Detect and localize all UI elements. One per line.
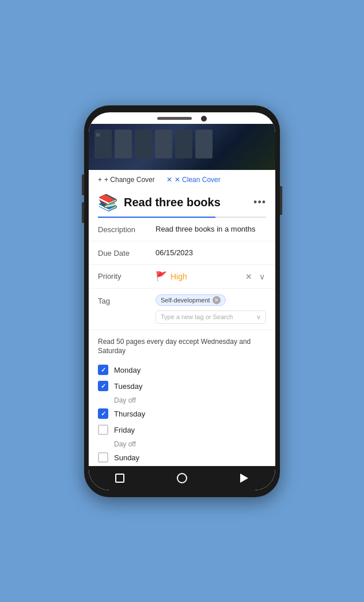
friday-label: Friday (114, 426, 135, 434)
priority-clear-button[interactable]: ✕ (244, 271, 253, 282)
speaker-bar (157, 117, 192, 120)
flag-icon: 🚩 (156, 271, 167, 282)
monday-checkbox[interactable]: ✓ (98, 365, 108, 375)
tuesday-label: Tuesday (114, 382, 142, 391)
day-off-label-1: Day off (114, 396, 266, 404)
priority-row: Priority 🚩 High ✕ ∨ (89, 265, 275, 289)
volume-down-button[interactable] (82, 202, 84, 223)
checkmark-icon: ✓ (101, 366, 106, 374)
description-row: Description Read three books in a months (89, 218, 275, 241)
thursday-checkbox[interactable]: ✓ (98, 408, 108, 419)
tag-chip-text: Self-development (161, 297, 210, 304)
checkmark-icon: ✓ (101, 383, 106, 390)
nav-square-button[interactable] (113, 472, 126, 484)
priority-value: 🚩 High (156, 271, 238, 282)
friday-checkbox[interactable] (98, 425, 108, 435)
due-date-row: Due Date 06/15/2023 (89, 241, 275, 265)
checkmark-icon: ✓ (101, 410, 106, 418)
priority-text: High (170, 272, 187, 281)
schedule-section: Read 50 pages every day eccept Wednesday… (89, 330, 275, 466)
front-camera (201, 116, 207, 122)
triangle-icon (240, 474, 248, 483)
task-title: Read three books (124, 196, 248, 209)
monday-label: Monday (114, 366, 141, 374)
square-icon (115, 474, 124, 483)
more-options-button[interactable]: ••• (253, 196, 266, 209)
plus-icon: + (98, 176, 102, 184)
clean-cover-button[interactable]: ✕ ✕ Clean Cover (166, 176, 221, 184)
schedule-description: Read 50 pages every day eccept Wednesday… (98, 337, 266, 357)
cover-actions: + + Change Cover ✕ ✕ Clean Cover (89, 170, 275, 190)
day-off-label-2: Day off (114, 440, 266, 448)
description-value: Read three books in a months (156, 225, 266, 233)
sunday-checkbox[interactable] (98, 452, 108, 463)
tag-search-row[interactable]: Type a new tag or Search ∨ (156, 311, 266, 324)
priority-actions: ✕ ∨ (244, 271, 266, 282)
tag-content: Self-development ✕ Type a new tag or Sea… (156, 294, 266, 324)
change-cover-button[interactable]: + + Change Cover (98, 176, 155, 184)
sunday-item: Sunday (98, 449, 266, 465)
description-label: Description (98, 225, 150, 234)
nav-back-button[interactable] (238, 472, 251, 484)
tag-search-placeholder: Type a new tag or Search (161, 313, 233, 320)
top-bar (89, 112, 275, 124)
tag-row: Tag Self-development ✕ Type a new tag or… (89, 289, 275, 330)
nav-bar (89, 466, 275, 490)
clean-cover-label: ✕ Clean Cover (175, 176, 221, 184)
thursday-label: Thursday (114, 410, 145, 418)
sunday-label: Sunday (114, 453, 139, 462)
power-button[interactable] (280, 186, 282, 215)
circle-icon (177, 473, 187, 483)
nav-home-button[interactable] (176, 472, 188, 484)
tuesday-checkbox[interactable]: ✓ (98, 381, 108, 391)
friday-item: Friday (98, 422, 266, 438)
priority-label: Priority (98, 272, 150, 281)
volume-up-button[interactable] (82, 175, 84, 195)
change-cover-label: + Change Cover (104, 176, 155, 184)
task-header: 📚 Read three books ••• (89, 190, 275, 217)
tag-dropdown-icon: ∨ (256, 313, 261, 321)
due-date-value[interactable]: 06/15/2023 (156, 248, 266, 257)
task-emoji: 📚 (98, 193, 118, 212)
phone-frame: + + Change Cover ✕ ✕ Clean Cover 📚 Read … (84, 105, 280, 497)
tag-chip-remove-button[interactable]: ✕ (213, 296, 221, 304)
tag-chip: Self-development ✕ (156, 294, 226, 306)
content-area: + + Change Cover ✕ ✕ Clean Cover 📚 Read … (89, 170, 275, 466)
phone-screen: + + Change Cover ✕ ✕ Clean Cover 📚 Read … (89, 112, 275, 490)
thursday-item: ✓ Thursday (98, 406, 266, 422)
x-icon: ✕ (166, 176, 172, 184)
due-date-label: Due Date (98, 248, 150, 258)
tuesday-item: ✓ Tuesday (98, 378, 266, 394)
priority-dropdown-button[interactable]: ∨ (258, 271, 266, 282)
cover-image (89, 124, 275, 170)
monday-item: ✓ Monday (98, 362, 266, 378)
tag-label: Tag (98, 294, 150, 305)
